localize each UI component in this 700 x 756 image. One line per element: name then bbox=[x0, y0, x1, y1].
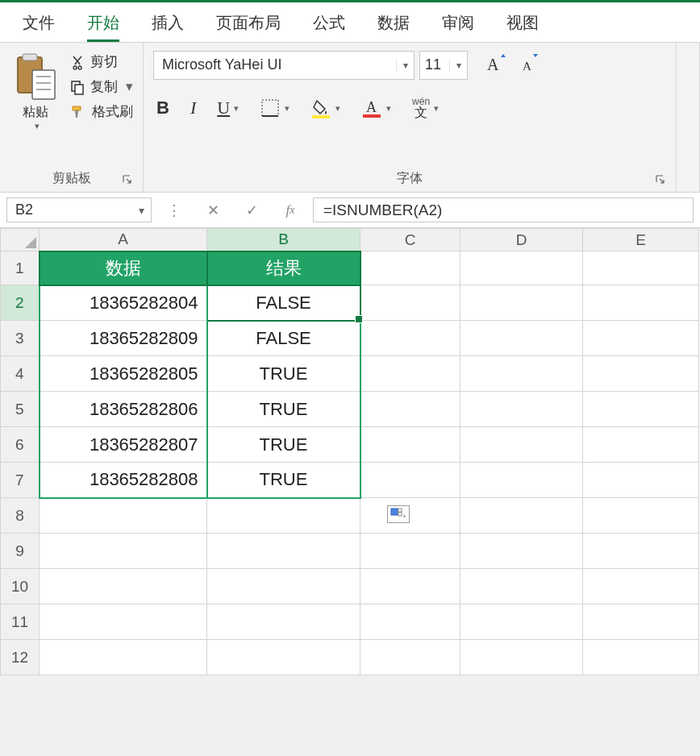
cell-e8[interactable] bbox=[583, 498, 699, 534]
row-header-4[interactable]: 4 bbox=[1, 356, 40, 392]
row-header-11[interactable]: 11 bbox=[1, 604, 40, 640]
font-color-button[interactable]: A ▾ bbox=[358, 94, 394, 122]
cell-c6[interactable] bbox=[360, 427, 460, 463]
cell-d3[interactable] bbox=[460, 321, 583, 356]
cell-e5[interactable] bbox=[583, 392, 699, 427]
phonetic-guide-button[interactable]: wén 文 ▾ bbox=[409, 93, 442, 123]
cell-c2[interactable] bbox=[360, 285, 460, 321]
cell-d4[interactable] bbox=[460, 356, 583, 392]
tab-formulas[interactable]: 公式 bbox=[297, 2, 361, 42]
spreadsheet-grid[interactable]: A B C D E 1 数据 结果 2 18365282804 FALSE 3 … bbox=[0, 228, 700, 675]
cell-a2[interactable]: 18365282804 bbox=[40, 285, 207, 321]
cell-b5[interactable]: TRUE bbox=[207, 392, 360, 427]
cell-c4[interactable] bbox=[360, 356, 460, 392]
cell-b6[interactable]: TRUE bbox=[207, 427, 360, 463]
paste-button[interactable]: 粘贴 ▾ bbox=[10, 49, 61, 135]
copy-button[interactable]: 复制 ▾ bbox=[69, 77, 133, 96]
cell-e3[interactable] bbox=[583, 321, 699, 356]
tab-review[interactable]: 审阅 bbox=[426, 2, 490, 42]
column-header-e[interactable]: E bbox=[583, 229, 699, 251]
formula-input[interactable]: =ISNUMBER(A2) bbox=[313, 197, 694, 222]
tab-view[interactable]: 视图 bbox=[490, 2, 555, 42]
cell-e6[interactable] bbox=[583, 427, 699, 463]
enter-button[interactable]: ✓ bbox=[235, 197, 268, 222]
cell-e12[interactable] bbox=[583, 640, 699, 675]
cell-b11[interactable] bbox=[207, 604, 360, 640]
row-header-6[interactable]: 6 bbox=[1, 427, 40, 463]
shrink-font-button[interactable]: A bbox=[513, 49, 545, 81]
tab-insert[interactable]: 插入 bbox=[135, 2, 200, 42]
cell-d11[interactable] bbox=[460, 604, 583, 640]
cell-d10[interactable] bbox=[460, 569, 583, 604]
name-box[interactable]: B2 ▾ bbox=[6, 197, 152, 222]
row-header-10[interactable]: 10 bbox=[1, 569, 40, 604]
grow-font-button[interactable]: A bbox=[479, 49, 511, 81]
cell-a7[interactable]: 18365282808 bbox=[40, 463, 207, 498]
cell-c5[interactable] bbox=[360, 392, 460, 427]
insert-function-button[interactable]: fx bbox=[274, 197, 306, 222]
cell-e1[interactable] bbox=[583, 251, 699, 285]
tab-page-layout[interactable]: 页面布局 bbox=[200, 2, 297, 42]
underline-button[interactable]: U▾ bbox=[214, 94, 242, 122]
cell-a11[interactable] bbox=[40, 604, 207, 640]
autofill-options-button[interactable]: + bbox=[387, 505, 410, 523]
font-name-combo[interactable]: Microsoft YaHei UI ▾ bbox=[153, 51, 415, 80]
tab-file[interactable]: 文件 bbox=[6, 2, 71, 42]
row-header-9[interactable]: 9 bbox=[1, 534, 40, 569]
column-header-b[interactable]: B bbox=[207, 229, 360, 251]
cell-d8[interactable] bbox=[460, 498, 583, 534]
select-all-corner[interactable] bbox=[1, 229, 40, 251]
chevron-down-icon[interactable]: ▾ bbox=[396, 60, 414, 71]
cell-b3[interactable]: FALSE bbox=[207, 321, 360, 356]
cell-a12[interactable] bbox=[40, 640, 207, 675]
tab-data[interactable]: 数据 bbox=[361, 2, 426, 42]
cell-a6[interactable]: 18365282807 bbox=[40, 427, 207, 463]
tab-home[interactable]: 开始 bbox=[71, 2, 135, 42]
cell-c11[interactable] bbox=[360, 604, 460, 640]
font-dialog-launcher[interactable] bbox=[655, 174, 666, 185]
format-painter-button[interactable]: 格式刷 bbox=[69, 102, 133, 121]
clipboard-dialog-launcher[interactable] bbox=[122, 174, 133, 185]
cell-d7[interactable] bbox=[460, 463, 583, 498]
cell-b10[interactable] bbox=[207, 569, 360, 604]
cell-c9[interactable] bbox=[360, 534, 460, 569]
cancel-button[interactable]: ✕ bbox=[197, 197, 229, 222]
cell-a8[interactable] bbox=[40, 498, 207, 534]
cell-b1[interactable]: 结果 bbox=[207, 251, 360, 285]
row-header-7[interactable]: 7 bbox=[1, 463, 40, 498]
cell-c7[interactable] bbox=[360, 463, 460, 498]
cell-b9[interactable] bbox=[207, 534, 360, 569]
cell-e7[interactable] bbox=[583, 463, 699, 498]
cell-e11[interactable] bbox=[583, 604, 699, 640]
cut-button[interactable]: 剪切 bbox=[69, 52, 133, 71]
row-header-1[interactable]: 1 bbox=[1, 251, 40, 285]
cell-b8[interactable] bbox=[207, 498, 360, 534]
italic-button[interactable]: I bbox=[187, 94, 199, 122]
cell-c10[interactable] bbox=[360, 569, 460, 604]
cell-c12[interactable] bbox=[360, 640, 460, 675]
cell-e2[interactable] bbox=[583, 285, 699, 321]
cell-a1[interactable]: 数据 bbox=[40, 251, 207, 285]
cell-a10[interactable] bbox=[40, 569, 207, 604]
cell-c1[interactable] bbox=[360, 251, 460, 285]
cell-a3[interactable]: 18365282809 bbox=[40, 321, 207, 356]
cell-e9[interactable] bbox=[583, 534, 699, 569]
column-header-c[interactable]: C bbox=[360, 229, 460, 251]
cell-a9[interactable] bbox=[40, 534, 207, 569]
chevron-down-icon[interactable]: ▾ bbox=[449, 60, 467, 71]
cell-a4[interactable]: 18365282805 bbox=[40, 356, 207, 392]
formula-bar-options[interactable]: ⋮ bbox=[158, 197, 190, 222]
column-header-d[interactable]: D bbox=[460, 229, 583, 251]
cell-b12[interactable] bbox=[207, 640, 360, 675]
font-size-combo[interactable]: 11 ▾ bbox=[419, 51, 468, 80]
cell-d9[interactable] bbox=[460, 534, 583, 569]
cell-d5[interactable] bbox=[460, 392, 583, 427]
row-header-3[interactable]: 3 bbox=[1, 321, 40, 356]
column-header-a[interactable]: A bbox=[40, 229, 207, 251]
row-header-5[interactable]: 5 bbox=[1, 392, 40, 427]
cell-d1[interactable] bbox=[460, 251, 583, 285]
cell-e10[interactable] bbox=[583, 569, 699, 604]
cell-b4[interactable]: TRUE bbox=[207, 356, 360, 392]
bold-button[interactable]: B bbox=[153, 94, 173, 122]
row-header-8[interactable]: 8 bbox=[1, 498, 40, 534]
